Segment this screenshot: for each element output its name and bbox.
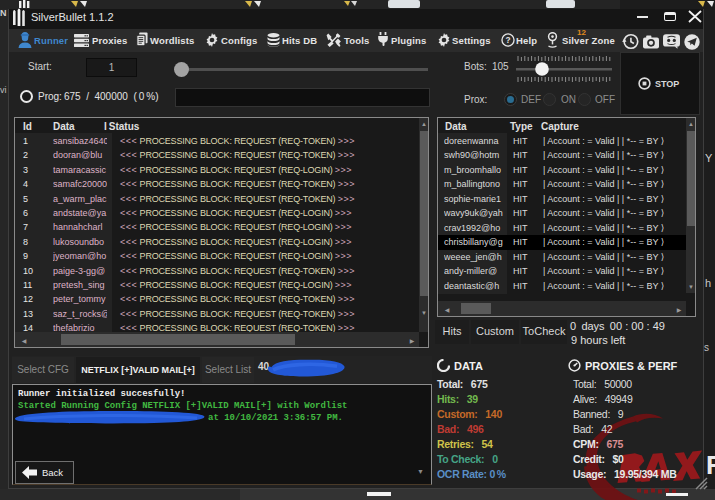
svg-text:?: ? bbox=[505, 35, 510, 45]
